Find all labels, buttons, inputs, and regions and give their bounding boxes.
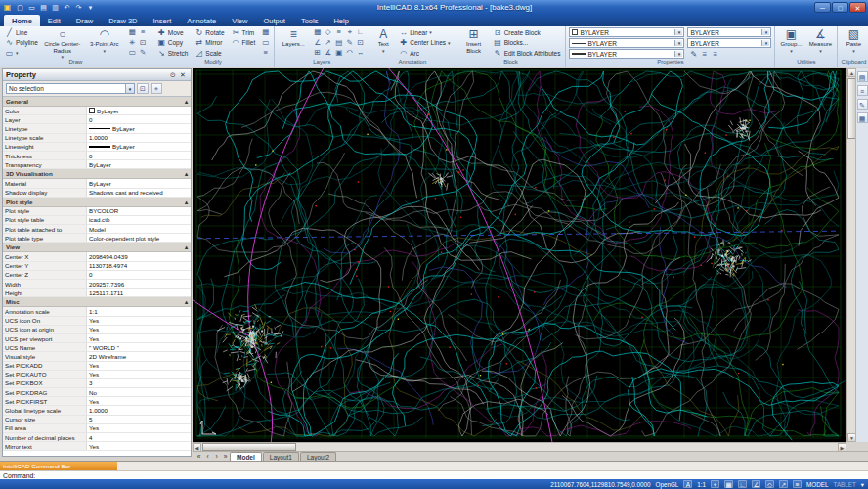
layer-tool-editattr-icon[interactable]: ✎	[344, 38, 355, 49]
fillet-button[interactable]: ◠Fillet	[230, 38, 258, 49]
editattr-icon[interactable]: ✎	[138, 48, 149, 59]
layer-tool-ortho-icon[interactable]: ∟	[355, 27, 366, 38]
annotation-icon[interactable]: A	[683, 480, 692, 488]
layer-tool-arcdim-icon[interactable]: ◠	[344, 48, 355, 59]
first-tab-icon[interactable]: «	[195, 453, 203, 460]
blocks-button[interactable]: ▤ Blocks...	[492, 38, 563, 49]
property-value[interactable]: Shadows cast and received	[87, 189, 191, 197]
dock-layers_ic-icon[interactable]: ≡	[857, 85, 868, 96]
draw-more-button[interactable]: ▭ ▾	[3, 48, 40, 59]
match-properties-button[interactable]: ✎ ≡ ≡	[687, 49, 771, 60]
status-menu-icon[interactable]: ▾	[861, 481, 864, 488]
property-value[interactable]: 3	[87, 379, 191, 387]
property-value[interactable]: 0	[87, 152, 191, 159]
explode-icon[interactable]: ✳	[127, 38, 138, 49]
property-value[interactable]: Yes	[87, 424, 191, 432]
property-value[interactable]: ByLayer	[87, 107, 191, 114]
circle-button[interactable]: ○ Circle Center-Radius ▾	[43, 27, 82, 60]
layer-tool-grid-icon[interactable]: ▦	[312, 27, 323, 38]
array-icon[interactable]: ▦	[127, 27, 138, 38]
center-lines-button[interactable]: ✚ Center Lines ▾	[397, 38, 452, 49]
arc-dimension-button[interactable]: ◠ Arc	[397, 48, 452, 59]
property-value[interactable]: 2098494.0439	[87, 252, 191, 260]
layers-button[interactable]: ≡ Layers...	[278, 27, 309, 48]
layer-tool-lwt-icon[interactable]: ≡	[333, 27, 344, 38]
snap-toggle-icon[interactable]: ⌖	[711, 480, 719, 488]
etrack-toggle-icon[interactable]: ↗	[779, 480, 788, 488]
offset-icon[interactable]: ≡	[260, 48, 271, 59]
stretch-button[interactable]: ↘Stretch	[155, 48, 191, 59]
property-value[interactable]: 1.0000	[87, 134, 191, 142]
tab-view[interactable]: View	[224, 15, 255, 26]
polar-toggle-icon[interactable]: ∠	[752, 480, 760, 488]
rotate-button[interactable]: ↻Rotate	[193, 27, 226, 38]
horizontal-scrollbar[interactable]: ◀ ▶	[193, 442, 846, 451]
minimize-button[interactable]: ─	[814, 2, 831, 13]
linear-dimension-button[interactable]: ↔ Linear ▾	[397, 27, 452, 38]
drawing-canvas[interactable]	[193, 68, 846, 442]
pick-add-icon[interactable]: ⊡	[137, 83, 149, 94]
model-space-toggle[interactable]: MODEL	[806, 481, 828, 488]
polyline-button[interactable]: ∿ Polyline	[3, 38, 40, 49]
tab-model[interactable]: Model	[230, 452, 262, 461]
caret-icon[interactable]: ▾	[85, 2, 96, 13]
arc-button[interactable]: ◠ 3-Point Arc ▾	[85, 27, 124, 54]
property-value[interactable]: 209257.7396	[87, 280, 191, 288]
trim-button[interactable]: ✂Trim	[230, 27, 258, 38]
tab-output[interactable]: Output	[255, 15, 293, 26]
property-value[interactable]: 0	[87, 115, 191, 123]
property-value[interactable]: Yes	[87, 362, 191, 370]
tab-insert[interactable]: Insert	[145, 15, 179, 26]
property-value[interactable]: 2D Wireframe	[87, 352, 191, 360]
property-value[interactable]: Yes	[87, 317, 191, 325]
lineweight-toggle-icon[interactable]: ≡	[793, 480, 802, 488]
property-section-3d-visualisation[interactable]: 3D Visualisation▴	[3, 169, 191, 179]
close-button[interactable]: ✕	[849, 2, 866, 13]
offset-icon[interactable]: ≡	[138, 27, 149, 38]
open-icon[interactable]: ▭	[26, 2, 37, 13]
scale-button[interactable]: ◿Scale	[193, 48, 226, 59]
edit-block-attributes-button[interactable]: ✎ Edit Block Attributes	[492, 48, 563, 59]
property-value[interactable]: 125117.1711	[87, 289, 191, 296]
tab-home[interactable]: Home	[4, 15, 40, 26]
property-value[interactable]: Yes	[87, 326, 191, 333]
layer-tool-linear-icon[interactable]: ↔	[355, 48, 366, 59]
property-value[interactable]: ByLayer	[87, 179, 191, 187]
tab-draw[interactable]: Draw	[68, 15, 102, 26]
measure-button[interactable]: ∡ Measure ▾	[806, 27, 834, 54]
grid-toggle-icon[interactable]: ▦	[724, 480, 733, 488]
color-combobox[interactable]: BYLAYER ▾	[569, 27, 684, 37]
property-value[interactable]: Model	[87, 225, 191, 233]
property-value[interactable]: ByLayer	[87, 124, 191, 132]
group-button[interactable]: ▣ Group... ▾	[778, 27, 803, 54]
print-icon[interactable]: ▥	[50, 2, 61, 13]
tab-edit[interactable]: Edit	[40, 15, 68, 26]
property-value[interactable]: 1.0000	[87, 406, 191, 414]
annotation-scale[interactable]: 1:1	[697, 481, 706, 488]
layer-tool-group-icon[interactable]: ▣	[333, 48, 344, 59]
line-button[interactable]: ╱ Line	[3, 27, 40, 38]
layer-tool-insertblock-icon[interactable]: ⊞	[312, 48, 323, 59]
property-value[interactable]: " WORLD "	[87, 343, 191, 351]
tab-help[interactable]: Help	[326, 15, 356, 26]
next-tab-icon[interactable]: ›	[212, 453, 221, 460]
mirror-button[interactable]: ⇄Mirror	[193, 38, 226, 49]
property-value[interactable]: No	[87, 388, 191, 396]
property-value[interactable]: 5	[87, 416, 191, 423]
dock-grid-icon[interactable]: ▦	[857, 112, 868, 123]
move-button[interactable]: ✚Move	[155, 27, 191, 38]
redo-icon[interactable]: ↷	[73, 2, 84, 13]
property-value[interactable]: ByLayer	[87, 143, 191, 151]
tab-layout2[interactable]: Layout2	[300, 452, 336, 461]
property-value[interactable]: icad.ctb	[87, 216, 191, 224]
horizontal-scroll-thumb[interactable]	[202, 443, 296, 451]
pin-icon[interactable]: ⊙	[168, 71, 178, 79]
tab-layout1[interactable]: Layout1	[263, 452, 299, 461]
dock-blocks-icon[interactable]: ▤	[857, 71, 868, 82]
esnap-toggle-icon[interactable]: ◇	[765, 480, 774, 488]
last-tab-icon[interactable]: »	[221, 453, 230, 460]
property-value[interactable]: Yes	[87, 442, 191, 450]
layer-tool-measure-icon[interactable]: ∡	[323, 48, 333, 59]
erase-icon[interactable]: ▭	[260, 38, 271, 49]
layer-tool-createblock-icon[interactable]: ⊡	[355, 38, 366, 49]
